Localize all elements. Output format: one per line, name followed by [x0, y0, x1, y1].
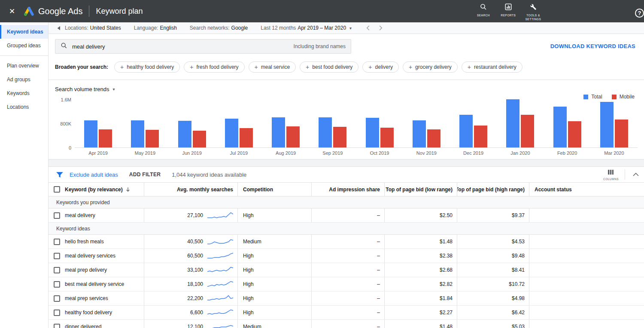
chip-label: fresh food delivery [197, 64, 239, 70]
bid-low-cell: $2.82 [384, 277, 457, 291]
competition-cell: High [237, 277, 311, 291]
topbar-actions: SEARCH REPORTS TOOLS & SETTINGS [472, 1, 545, 21]
plus-icon: + [120, 64, 124, 70]
chevron-right-icon[interactable] [379, 25, 383, 31]
header-impression-share[interactable]: Ad impression share [311, 183, 384, 196]
row-checkbox[interactable] [54, 239, 60, 245]
keyword-cell: hello fresh meals [65, 235, 144, 248]
close-icon[interactable]: ✕ [6, 5, 18, 17]
bid-low-cell: $1.84 [384, 291, 457, 305]
bid-high-cell: $10.72 [457, 277, 529, 291]
search-trend-sparkline [207, 211, 233, 220]
chevron-down-icon: ▾ [112, 87, 115, 92]
row-checkbox[interactable] [54, 212, 60, 219]
language-setting[interactable]: Language:English [134, 25, 177, 31]
total-bar [272, 117, 285, 147]
row-checkbox[interactable] [54, 324, 60, 328]
chart-legend: Total Mobile [583, 94, 635, 100]
exclude-adult-ideas-link[interactable]: Exclude adult ideas [70, 172, 118, 178]
total-bar [319, 117, 332, 147]
table-row-meal-prep-delivery: meal prep delivery33,100High–$2.68$8.41 [49, 263, 644, 277]
sidebar-item-locations[interactable]: Locations [0, 100, 48, 114]
search-nav-button[interactable]: SEARCH [472, 1, 495, 17]
mobile-bar [521, 115, 534, 147]
competition-cell: High [237, 306, 311, 319]
broaden-chip-healthy-food-delivery[interactable]: +healthy food delivery [114, 61, 180, 73]
bid-low-cell: $2.50 [384, 208, 457, 222]
search-trend-sparkline [207, 294, 233, 303]
keyword-search-input[interactable]: meal delivery Including brand names [55, 39, 351, 54]
broaden-chip-fresh-food-delivery[interactable]: +fresh food delivery [184, 61, 244, 73]
header-account-status[interactable]: Account status [529, 183, 644, 196]
bar-group-may-2019 [122, 120, 168, 147]
broaden-chip-best-food-delivery[interactable]: +best food delivery [300, 61, 358, 73]
header-competition[interactable]: Competition [237, 183, 311, 196]
account-status-cell [529, 235, 644, 248]
avg-monthly-searches-cell: 22,200 [144, 291, 237, 305]
avg-monthly-searches-cell: 18,100 [144, 277, 237, 291]
select-all-cell [49, 183, 65, 196]
search-volume-chart-section: Search volume trends ▾ Total Mobile 1 [49, 80, 644, 159]
reports-icon [504, 3, 512, 12]
networks-setting[interactable]: Search networks:Google [190, 25, 248, 31]
select-all-checkbox[interactable] [54, 186, 60, 193]
add-filter-button[interactable]: ADD FILTER [129, 172, 161, 178]
row-checkbox[interactable] [54, 310, 60, 316]
plus-icon: + [255, 64, 258, 70]
broaden-chip-grocery-delivery[interactable]: +grocery delivery [403, 61, 458, 73]
collapse-chevron-up-icon[interactable] [631, 171, 641, 178]
locations-setting[interactable]: Locations:United States [65, 25, 121, 31]
header-bid-low[interactable]: Top of page bid (low range) [384, 183, 457, 196]
competition-cell: High [237, 263, 311, 277]
keyword-search-row: meal delivery Including brand names DOWN… [49, 34, 644, 58]
row-checkbox[interactable] [54, 295, 60, 302]
chevron-left-icon[interactable] [366, 25, 370, 31]
app-body: Keyword ideasGrouped ideas Plan overview… [0, 22, 644, 328]
mobile-bar [568, 121, 581, 147]
header-bid-high[interactable]: Top of page bid (high range) [457, 183, 529, 196]
chart-plot-area [75, 100, 638, 148]
top-app-bar: ✕ Google Ads Keyword plan SEARCH RE [0, 0, 644, 22]
competition-cell: Medium [237, 235, 311, 248]
y-tick-zero: 0 [69, 145, 71, 150]
competition-cell: High [237, 208, 311, 222]
download-keyword-ideas-link[interactable]: DOWNLOAD KEYWORD IDEAS [550, 43, 635, 49]
avg-monthly-searches-cell: 27,100 [144, 208, 237, 222]
columns-button[interactable]: COLUMNS [603, 169, 619, 181]
searches-value: 6,600 [190, 310, 203, 316]
ad-impression-share-cell: – [311, 291, 384, 305]
chart-x-axis: Apr 2019May 2019Jun 2019Jul 2019Aug 2019… [75, 150, 638, 159]
locations-value: United States [90, 25, 121, 31]
search-trend-sparkline [207, 322, 233, 328]
date-range-setting[interactable]: Last 12 monthsApr 2019 – Mar 2020▾ [261, 25, 352, 31]
header-searches[interactable]: Avg. monthly searches [144, 183, 237, 196]
ad-impression-share-cell: – [311, 235, 384, 248]
row-checkbox[interactable] [54, 281, 60, 288]
help-button[interactable]: ? [635, 9, 644, 18]
date-pagination [366, 25, 383, 31]
magnifier-icon [61, 42, 67, 51]
broaden-chip-restaurant-delivery[interactable]: +restaurant delivery [462, 61, 522, 73]
account-status-cell [529, 249, 644, 263]
broaden-chip-meal-service[interactable]: +meal service [249, 61, 296, 73]
sidebar-item-keywords[interactable]: Keywords [0, 86, 48, 100]
sidebar-item-keyword-ideas[interactable]: Keyword ideas [0, 25, 48, 39]
chart-type-dropdown[interactable]: Search volume trends ▾ [55, 86, 115, 92]
tools-settings-nav-button[interactable]: TOOLS & SETTINGS [522, 1, 545, 21]
chip-label: grocery delivery [415, 64, 452, 70]
back-arrow-icon[interactable] [52, 26, 65, 31]
filter-funnel-icon[interactable] [56, 172, 64, 178]
sidebar-item-grouped-ideas[interactable]: Grouped ideas [0, 39, 48, 52]
reports-nav-button[interactable]: REPORTS [497, 1, 520, 17]
searches-value: 33,100 [187, 267, 203, 273]
row-checkbox[interactable] [54, 253, 60, 259]
sidebar-item-plan-overview[interactable]: Plan overview [0, 59, 48, 73]
competition-cell: High [237, 249, 311, 263]
search-nav-label: SEARCH [477, 14, 490, 17]
x-axis-label: Jul 2019 [216, 150, 262, 156]
header-keyword[interactable]: Keyword (by relevance) [65, 183, 144, 196]
sidebar-item-ad-groups[interactable]: Ad groups [0, 73, 48, 86]
broaden-chip-delivery[interactable]: +delivery [362, 61, 399, 73]
google-ads-logo-icon [23, 6, 34, 16]
row-checkbox[interactable] [54, 267, 60, 273]
